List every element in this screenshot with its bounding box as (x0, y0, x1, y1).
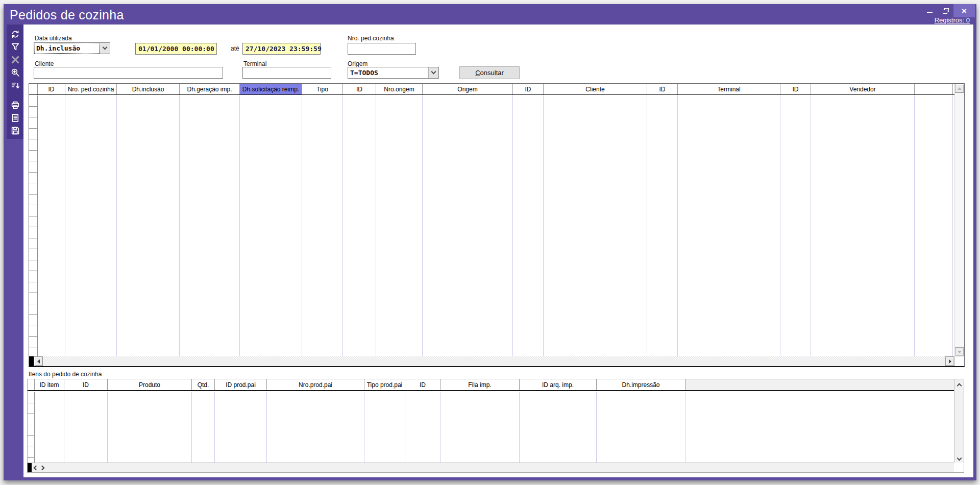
origem-dropdown-button[interactable] (428, 67, 438, 78)
zoom-icon (11, 68, 20, 77)
items-grid-horizontal-scrollbar[interactable] (28, 463, 954, 472)
column-header-id[interactable]: ID (513, 84, 544, 94)
chevron-up-icon[interactable] (957, 383, 962, 389)
scrollbar-corner (954, 356, 964, 366)
row-selector-cell (28, 403, 34, 415)
column-header-dh-gera-o-imp-[interactable]: Dh.geração imp. (180, 84, 240, 94)
items-grid-vertical-scrollbar[interactable] (954, 379, 964, 463)
column-header-nro-prod-pai[interactable]: Nro.prod.pai (267, 379, 364, 390)
grid-selector-header[interactable] (29, 84, 38, 94)
column-header-id-item[interactable]: ID item (35, 379, 64, 390)
save-icon (11, 126, 20, 135)
grid-column (35, 392, 64, 463)
chevron-left-icon[interactable] (34, 465, 39, 470)
row-selector-cell (29, 139, 37, 151)
column-header-terminal[interactable]: Terminal (678, 84, 780, 94)
grid-column (108, 392, 192, 463)
column-header-id[interactable]: ID (647, 84, 678, 94)
column-header-fila-imp-[interactable]: Fila imp. (440, 379, 520, 390)
grid-column (267, 392, 364, 463)
column-header-tipo-prod-pai[interactable]: Tipo prod.pai (364, 379, 405, 390)
orders-grid-horizontal-scrollbar[interactable] (29, 356, 954, 366)
scroll-up-button[interactable] (955, 84, 964, 93)
column-header-id-prod-pai[interactable]: ID prod.pai (215, 379, 267, 390)
origem-value: T=TODOS (349, 68, 428, 78)
column-header-id[interactable]: ID (405, 379, 440, 390)
column-header-dh-inclus-o[interactable]: Dh.inclusão (117, 84, 180, 94)
column-header-cliente[interactable]: Cliente (544, 84, 647, 94)
grid-selector-header[interactable] (28, 379, 35, 390)
row-selector-cell (28, 425, 34, 436)
sidebar-zoom-button[interactable] (9, 66, 22, 79)
print-icon (11, 101, 20, 110)
nro-ped-input[interactable] (348, 43, 416, 55)
column-header-dh-solicita-o-reimp-[interactable]: Dh.solicitação reimp. (240, 84, 302, 94)
column-header-nro-ped-cozinha[interactable]: Nro. ped.cozinha (65, 84, 117, 94)
origem-label: Origem (348, 60, 368, 67)
sidebar-save-button[interactable] (9, 125, 22, 137)
date-from-field[interactable]: 01/01/2000 00:00:00 (135, 43, 217, 55)
row-selector-cell (29, 282, 37, 294)
data-utilizada-dropdown-button[interactable] (100, 43, 110, 54)
orders-grid-vertical-scrollbar[interactable] (954, 84, 964, 356)
close-icon: × (962, 7, 967, 15)
sidebar-refresh-button[interactable] (9, 28, 22, 40)
items-section-title: Itens do pedido de cozinha (29, 371, 102, 378)
row-selector-cell (29, 260, 37, 272)
column-header-origem[interactable]: Origem (423, 84, 513, 94)
close-button[interactable]: × (953, 4, 975, 17)
chevron-right-icon[interactable] (40, 465, 45, 470)
filter-icon (11, 42, 20, 52)
row-selector-cell (29, 183, 37, 195)
data-utilizada-select[interactable]: Dh.inclusão (34, 42, 110, 54)
column-header-produto[interactable]: Produto (108, 379, 192, 390)
row-selector-cell (29, 304, 37, 316)
column-header-blank[interactable] (915, 84, 953, 94)
sidebar-print-button[interactable] (9, 99, 22, 111)
arrow-down-icon (958, 351, 962, 353)
grid-column (405, 392, 440, 463)
sidebar-report-button[interactable] (9, 112, 22, 124)
column-header-id[interactable]: ID (343, 84, 376, 94)
column-header-id[interactable]: ID (780, 84, 811, 94)
registros-link[interactable]: Registros: 0 (935, 16, 970, 24)
column-header-id-arq-imp-[interactable]: ID arq. imp. (520, 379, 597, 390)
arrow-right-icon (949, 359, 951, 363)
row-selector-cell (29, 227, 37, 238)
column-header-tipo[interactable]: Tipo (302, 84, 343, 94)
row-selector-cell (29, 161, 37, 173)
row-selector-cell (29, 205, 37, 216)
scrollbar-track[interactable] (43, 356, 945, 366)
arrow-left-icon (37, 359, 40, 363)
row-selector-cell (28, 392, 34, 403)
minimize-button[interactable] (922, 4, 938, 17)
grid-column (520, 392, 597, 463)
chevron-down-icon[interactable] (957, 456, 962, 461)
sidebar-clear-button[interactable] (9, 54, 22, 66)
terminal-input[interactable] (242, 67, 331, 79)
restore-button[interactable] (938, 4, 953, 17)
grid-column (65, 95, 117, 356)
origem-select[interactable]: T=TODOS (348, 67, 439, 79)
row-selector-cell (29, 151, 37, 162)
items-grid-header: ID itemIDProdutoQtd.ID prod.paiNro.prod.… (28, 379, 954, 391)
column-header-dh-impress-o[interactable]: Dh.impressão (597, 379, 685, 390)
scroll-right-button[interactable] (945, 356, 954, 366)
date-to-field[interactable]: 27/10/2023 23:59:59 (242, 43, 321, 55)
sidebar-sort-button[interactable] (9, 79, 22, 91)
scroll-left-button[interactable] (34, 356, 43, 366)
sidebar-filter-button[interactable] (9, 41, 22, 53)
column-header-id[interactable]: ID (38, 84, 65, 94)
orders-grid-header: IDNro. ped.cozinhaDh.inclusãoDh.geração … (29, 84, 954, 95)
column-header-nro-origem[interactable]: Nro.origem (376, 84, 423, 94)
scroll-down-button[interactable] (955, 347, 964, 356)
row-selector-cell (28, 458, 34, 463)
grid-row-selector-column (28, 392, 35, 463)
column-header-qtd-[interactable]: Qtd. (192, 379, 215, 390)
cliente-input[interactable] (34, 67, 223, 79)
clear-icon (11, 55, 20, 64)
restore-icon (943, 8, 949, 14)
consultar-button[interactable]: Consultar (459, 66, 520, 79)
column-header-vendedor[interactable]: Vendedor (811, 84, 915, 94)
column-header-id[interactable]: ID (64, 379, 108, 390)
